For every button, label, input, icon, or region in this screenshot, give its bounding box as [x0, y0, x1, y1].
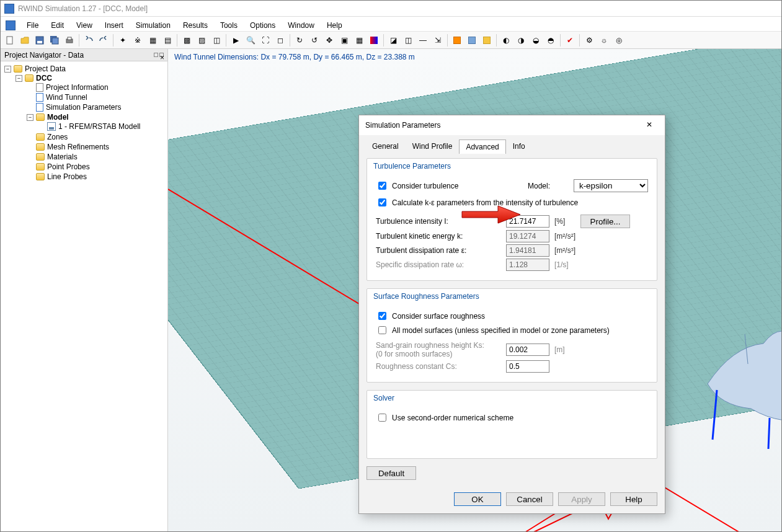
folder-icon	[36, 163, 45, 171]
solver-group: Solver Use second-order numerical scheme	[367, 390, 657, 459]
wind-tunnel-icon	[36, 93, 43, 102]
tree-mesh[interactable]: Mesh Refinements	[47, 143, 109, 151]
pan-icon[interactable]: ✥	[322, 33, 336, 47]
axis-icon[interactable]: ⇲	[431, 33, 445, 47]
tab-advanced[interactable]: Advanced	[459, 140, 505, 154]
tool-icon[interactable]: ▤	[161, 33, 174, 47]
tree-project-info[interactable]: Project Information	[46, 83, 109, 92]
tree-sim-params[interactable]: Simulation Parameters	[46, 103, 121, 112]
window-title: RWIND Simulation 1.27 - [DCC, Model]	[18, 4, 148, 13]
ok-button[interactable]: OK	[454, 492, 501, 506]
tab-wind-profile[interactable]: Wind Profile	[406, 139, 460, 153]
mesh3-icon[interactable]: ◫	[210, 33, 223, 47]
view3-icon[interactable]	[480, 33, 494, 47]
doc-icon	[36, 83, 43, 92]
cs-label: Roughness constant Cs:	[376, 362, 506, 371]
project-navigator: Project Navigator - Data × −Project Data…	[1, 49, 168, 531]
cancel-button[interactable]: Cancel	[506, 492, 553, 506]
project-tree[interactable]: −Project Data −DCC Project Information W…	[1, 61, 167, 531]
folder-icon	[14, 65, 22, 73]
svg-line-7	[713, 390, 717, 440]
tree-collapse-icon[interactable]: −	[27, 114, 33, 121]
undo-icon[interactable]	[82, 33, 96, 47]
menu-help[interactable]: Help	[321, 20, 349, 31]
select-icon[interactable]: ◻	[273, 33, 287, 47]
k-unit: [m²/s²]	[549, 232, 580, 241]
consider-roughness-checkbox[interactable]: Consider surface roughness	[376, 310, 648, 322]
new-icon[interactable]	[3, 33, 17, 47]
tree-collapse-icon[interactable]: −	[16, 75, 22, 82]
menu-window[interactable]: Window	[282, 20, 321, 31]
tent-model	[695, 309, 781, 452]
menu-results[interactable]: Results	[177, 20, 214, 31]
run-icon[interactable]: ▶	[229, 33, 242, 47]
view1-icon[interactable]	[450, 33, 464, 47]
menu-file[interactable]: File	[20, 20, 45, 31]
folder-icon	[36, 153, 45, 161]
menu-tools[interactable]: Tools	[214, 20, 244, 31]
omega-label: Specific dissipation rate ω:	[376, 260, 506, 269]
tab-general[interactable]: General	[365, 139, 406, 153]
all-surfaces-checkbox[interactable]: All model surfaces (unless specified in …	[376, 324, 648, 336]
tree-collapse-icon[interactable]: −	[4, 66, 11, 73]
tree-line-probes[interactable]: Line Probes	[47, 172, 87, 181]
cs-input[interactable]	[506, 360, 549, 373]
redo-icon[interactable]	[97, 33, 110, 47]
color-icon[interactable]	[367, 33, 381, 47]
consider-turbulence-checkbox[interactable]: Consider turbulence	[376, 180, 458, 192]
pin-icon[interactable]: ×	[154, 53, 164, 57]
misc-icon[interactable]: ◒	[529, 33, 543, 47]
save-icon[interactable]	[33, 33, 47, 47]
title-bar: RWIND Simulation 1.27 - [DCC, Model]	[1, 1, 781, 17]
zoom-icon[interactable]: 🔍	[244, 33, 257, 47]
tree-wind-tunnel[interactable]: Wind Tunnel	[46, 93, 87, 102]
open-icon[interactable]	[18, 33, 32, 47]
viewport-3d[interactable]: Wind Tunnel Dimensions: Dx = 79.758 m, D…	[168, 49, 781, 531]
menu-view[interactable]: View	[70, 20, 99, 31]
opt-icon[interactable]: ☼	[597, 33, 611, 47]
tab-info[interactable]: Info	[506, 139, 532, 153]
mesh-icon[interactable]: ▩	[180, 33, 193, 47]
second-order-checkbox[interactable]: Use second-order numerical scheme	[376, 412, 648, 423]
system-menu-icon[interactable]	[4, 19, 17, 32]
view2-icon[interactable]	[465, 33, 479, 47]
check-icon[interactable]: ✔	[563, 33, 577, 47]
mesh2-icon[interactable]: ▨	[195, 33, 208, 47]
tree-point-probes[interactable]: Point Probes	[47, 162, 90, 171]
close-icon[interactable]: ✕	[640, 118, 659, 133]
tool-icon[interactable]: ▦	[146, 33, 159, 47]
tool-icon[interactable]: ※	[131, 33, 144, 47]
tree-dcc[interactable]: DCC	[36, 74, 52, 82]
rotate2-icon[interactable]: ↺	[308, 33, 321, 47]
tree-rfem[interactable]: 1 - RFEM/RSTAB Modell	[58, 122, 140, 131]
misc-icon[interactable]: ◐	[499, 33, 513, 47]
surf-icon[interactable]: ◪	[386, 33, 400, 47]
menu-options[interactable]: Options	[244, 20, 282, 31]
omega-input	[506, 259, 549, 271]
misc-icon[interactable]: ◑	[514, 33, 528, 47]
profile-button[interactable]: Profile...	[580, 215, 630, 228]
tree-model[interactable]: Model	[47, 113, 69, 122]
wire-icon[interactable]: ◫	[401, 33, 415, 47]
tree-zones[interactable]: Zones	[47, 133, 68, 141]
rotate-icon[interactable]: ↻	[293, 33, 306, 47]
default-button[interactable]: Default	[367, 466, 416, 480]
saveall-icon[interactable]	[48, 33, 61, 47]
opt-icon[interactable]: ⚙	[582, 33, 596, 47]
tree-materials[interactable]: Materials	[47, 153, 78, 161]
menu-simulation[interactable]: Simulation	[130, 20, 177, 31]
misc-icon[interactable]: ◓	[544, 33, 558, 47]
tree-root[interactable]: Project Data	[25, 64, 66, 73]
ks-input[interactable]	[506, 344, 549, 356]
layers2-icon[interactable]: ▦	[352, 33, 366, 47]
line-icon[interactable]: ―	[416, 33, 430, 47]
fit-icon[interactable]: ⛶	[259, 33, 272, 47]
turbulence-model-select[interactable]: k-epsilon	[574, 179, 648, 192]
menu-edit[interactable]: Edit	[45, 20, 70, 31]
tool-icon[interactable]: ✦	[116, 33, 130, 47]
layers-icon[interactable]: ▣	[337, 33, 351, 47]
print-icon[interactable]	[63, 33, 76, 47]
help-button[interactable]: Help	[610, 492, 657, 506]
opt-icon[interactable]: ◎	[612, 33, 626, 47]
menu-insert[interactable]: Insert	[99, 20, 130, 31]
